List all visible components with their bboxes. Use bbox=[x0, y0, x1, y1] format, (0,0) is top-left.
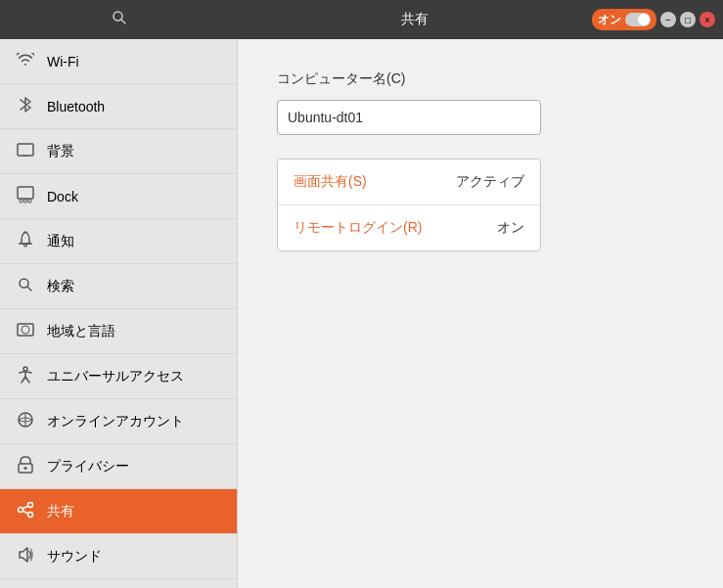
sidebar-item-search-label: 検索 bbox=[47, 278, 74, 295]
svg-rect-7 bbox=[24, 200, 27, 203]
wifi-icon bbox=[16, 53, 35, 70]
search-sidebar-icon bbox=[16, 277, 35, 296]
sidebar-item-notifications[interactable]: 通知 bbox=[0, 219, 237, 264]
sidebar-item-bluetooth-label: Bluetooth bbox=[47, 99, 105, 114]
sidebar-item-dock-label: Dock bbox=[47, 189, 78, 204]
computer-name-label: コンピューター名(C) bbox=[277, 70, 684, 88]
region-icon bbox=[16, 321, 35, 342]
sidebar-item-online-accounts[interactable]: オンラインアカウント bbox=[0, 399, 237, 444]
sidebar-item-sharing-label: 共有 bbox=[47, 503, 74, 520]
sidebar-item-accessibility[interactable]: ユニバーサルアクセス bbox=[0, 354, 237, 399]
sidebar-item-sound-label: サウンド bbox=[47, 548, 102, 565]
titlebar: 共有 オン − □ × bbox=[0, 0, 723, 39]
svg-point-13 bbox=[22, 326, 29, 334]
screen-sharing-status: アクティブ bbox=[456, 173, 524, 191]
sidebar-item-privacy[interactable]: プライバシー bbox=[0, 444, 237, 489]
remote-login-status: オン bbox=[497, 219, 524, 237]
svg-rect-8 bbox=[28, 200, 31, 203]
remote-login-name: リモートログイン(R) bbox=[294, 219, 422, 237]
toggle-label: オン bbox=[598, 12, 621, 28]
screen-sharing-row[interactable]: 画面共有(S) アクティブ bbox=[278, 159, 540, 205]
svg-line-1 bbox=[121, 20, 125, 23]
svg-line-11 bbox=[27, 287, 31, 291]
svg-line-23 bbox=[23, 511, 28, 514]
bluetooth-icon bbox=[16, 95, 35, 118]
sidebar-item-privacy-label: プライバシー bbox=[47, 458, 129, 475]
sharing-toggle[interactable]: オン bbox=[592, 9, 656, 30]
sidebar: Wi-Fi Bluetooth 背景 bbox=[0, 39, 238, 588]
online-accounts-icon bbox=[16, 411, 35, 432]
svg-point-20 bbox=[28, 512, 33, 517]
toggle-track bbox=[625, 13, 651, 26]
svg-point-18 bbox=[24, 467, 27, 470]
toggle-thumb bbox=[638, 14, 650, 25]
close-button[interactable]: × bbox=[700, 12, 715, 27]
sidebar-item-bluetooth[interactable]: Bluetooth bbox=[0, 84, 237, 129]
sidebar-item-accessibility-label: ユニバーサルアクセス bbox=[47, 368, 184, 385]
maximize-button[interactable]: □ bbox=[680, 12, 696, 27]
svg-point-19 bbox=[28, 502, 33, 507]
svg-point-21 bbox=[19, 507, 23, 512]
content-area: コンピューター名(C) 画面共有(S) アクティブ リモートログイン(R) オン bbox=[238, 39, 723, 588]
background-icon bbox=[16, 143, 35, 160]
sidebar-item-region[interactable]: 地域と言語 bbox=[0, 309, 237, 354]
main-layout: Wi-Fi Bluetooth 背景 bbox=[0, 39, 723, 588]
remote-login-row[interactable]: リモートログイン(R) オン bbox=[278, 205, 540, 250]
notifications-icon bbox=[16, 231, 35, 252]
svg-rect-6 bbox=[20, 200, 23, 203]
privacy-icon bbox=[16, 456, 35, 477]
sharing-table: 画面共有(S) アクティブ リモートログイン(R) オン bbox=[277, 158, 541, 251]
window-controls: オン − □ × bbox=[592, 9, 723, 30]
sidebar-item-online-accounts-label: オンラインアカウント bbox=[47, 413, 184, 430]
titlebar-search-area bbox=[0, 10, 238, 29]
search-icon[interactable] bbox=[112, 10, 127, 29]
dock-icon bbox=[16, 186, 35, 207]
window-title: 共有 bbox=[238, 11, 592, 28]
sidebar-item-search[interactable]: 検索 bbox=[0, 264, 237, 309]
accessibility-icon bbox=[16, 366, 35, 387]
svg-rect-5 bbox=[18, 187, 33, 199]
sound-icon bbox=[16, 546, 35, 567]
sidebar-item-wifi[interactable]: Wi-Fi bbox=[0, 39, 237, 84]
screen-sharing-name: 画面共有(S) bbox=[294, 173, 367, 191]
sidebar-item-sound[interactable]: サウンド bbox=[0, 534, 237, 579]
sidebar-item-region-label: 地域と言語 bbox=[47, 323, 115, 340]
sidebar-item-sharing[interactable]: 共有 bbox=[0, 489, 237, 534]
sidebar-item-background-label: 背景 bbox=[47, 143, 74, 160]
sidebar-item-wifi-label: Wi-Fi bbox=[47, 54, 79, 69]
svg-line-22 bbox=[23, 506, 28, 509]
sidebar-item-notifications-label: 通知 bbox=[47, 233, 74, 250]
sharing-icon bbox=[16, 501, 35, 522]
computer-name-input[interactable] bbox=[277, 100, 541, 135]
sidebar-item-background[interactable]: 背景 bbox=[0, 129, 237, 174]
sidebar-item-dock[interactable]: Dock bbox=[0, 174, 237, 219]
svg-rect-2 bbox=[18, 144, 33, 156]
svg-point-14 bbox=[23, 367, 27, 371]
minimize-button[interactable]: − bbox=[660, 12, 676, 27]
